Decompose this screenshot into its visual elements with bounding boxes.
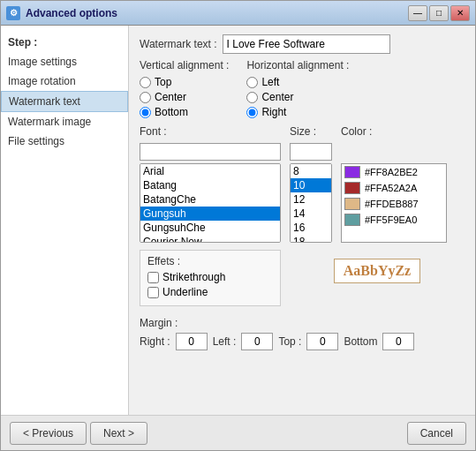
color-swatch-0: [344, 166, 360, 178]
size-option-16: 16: [291, 221, 331, 235]
previous-button[interactable]: < Previous: [10, 422, 87, 445]
size-option-8: 8: [291, 164, 331, 178]
size-label: Size :: [290, 125, 332, 140]
watermark-text-input[interactable]: [223, 34, 390, 54]
margin-row: Right : Left : Top : Bottom: [140, 333, 465, 350]
vertical-alignment-group: Vertical alignment : Top Center Bottom: [140, 59, 229, 118]
font-input-row: [140, 143, 465, 161]
font-size-labels: Font : Size : Color :: [140, 125, 465, 140]
color-label: Color :: [341, 125, 372, 138]
content-area: Step : Image settings Image rotation Wat…: [1, 26, 475, 415]
size-option-12: 12: [291, 192, 331, 207]
font-option-gungsuhche: GungsuhChe: [140, 221, 280, 235]
left-input[interactable]: [241, 333, 273, 350]
strikethrough-checkbox[interactable]: [147, 272, 159, 283]
vertical-center-radio[interactable]: [140, 92, 151, 103]
strikethrough-label: Strikethrough: [162, 271, 225, 283]
font-option-gungsuh: Gungsuh: [140, 207, 280, 221]
bottom-bar: < Previous Next > Cancel: [1, 415, 475, 450]
font-option-batang: Batang: [140, 178, 280, 192]
vertical-bottom-option[interactable]: Bottom: [140, 106, 229, 118]
step-label: Step :: [1, 33, 128, 52]
color-listbox[interactable]: #FF8A2BE2 #FFA52A2A #FFDEB887 #FF5F: [341, 163, 447, 243]
preview-text: AaBbYyZz: [334, 259, 420, 283]
underline-label: Underline: [162, 286, 208, 298]
color-section: #FF8A2BE2 #FFA52A2A #FFDEB887 #FF5F: [341, 163, 447, 243]
color-hex-1: #FFA52A2A: [365, 183, 417, 193]
vertical-top-radio[interactable]: [140, 77, 151, 88]
vertical-alignment-label: Vertical alignment :: [140, 59, 229, 71]
size-option-18: 18: [291, 235, 331, 243]
color-item-3[interactable]: #FF5F9EA0: [342, 212, 446, 228]
font-option-arial: Arial: [140, 164, 280, 178]
color-swatch-3: [344, 214, 360, 226]
font-listbox[interactable]: Arial Batang BatangChe Gungsuh GungsuhCh…: [140, 163, 281, 243]
effects-box: Effets : Strikethrough Underline: [140, 250, 281, 306]
title-bar: ⚙ Advanced options — □ ✕: [1, 1, 475, 26]
horizontal-right-radio[interactable]: [246, 107, 258, 118]
horizontal-center-option[interactable]: Center: [246, 91, 349, 103]
color-swatch-2: [344, 198, 360, 210]
listboxes-row: Arial Batang BatangChe Gungsuh GungsuhCh…: [140, 163, 465, 243]
color-hex-2: #FFDEB887: [365, 199, 419, 209]
sidebar-item-image-settings[interactable]: Image settings: [1, 52, 128, 71]
horizontal-alignment-label: Horizontal alignment :: [246, 59, 349, 71]
effects-label: Effets :: [147, 255, 273, 267]
margin-section: Margin : Right : Left : Top : Bottom: [140, 317, 465, 350]
font-option-courier: Courier New: [140, 235, 280, 243]
maximize-button[interactable]: □: [429, 5, 449, 21]
horizontal-left-radio[interactable]: [246, 77, 258, 88]
sidebar-item-image-rotation[interactable]: Image rotation: [1, 71, 128, 91]
strikethrough-option[interactable]: Strikethrough: [147, 271, 273, 283]
close-button[interactable]: ✕: [450, 5, 470, 21]
color-swatch-1: [344, 182, 360, 194]
effects-preview-row: Effets : Strikethrough Underline AaBbYyZ…: [140, 250, 465, 312]
sidebar-item-watermark-text[interactable]: Watermark text: [1, 91, 128, 112]
main-panel: Watermark text : Vertical alignment : To…: [129, 26, 475, 415]
color-item-2[interactable]: #FFDEB887: [342, 196, 446, 212]
top-label: Top :: [278, 335, 301, 348]
next-button[interactable]: Next >: [90, 422, 147, 445]
right-input[interactable]: [176, 333, 208, 350]
bottom-label: Bottom: [344, 335, 377, 348]
nav-buttons: < Previous Next >: [10, 422, 147, 445]
watermark-text-row: Watermark text :: [140, 34, 465, 54]
right-label: Right :: [140, 335, 170, 348]
color-hex-0: #FF8A2BE2: [365, 167, 418, 177]
color-hex-3: #FF5F9EA0: [365, 214, 417, 225]
sidebar-item-file-settings[interactable]: File settings: [1, 132, 128, 151]
watermark-text-label: Watermark text :: [140, 38, 217, 50]
color-item-1[interactable]: #FFA52A2A: [342, 180, 446, 196]
title-bar-buttons: — □ ✕: [408, 5, 470, 21]
top-input[interactable]: [306, 333, 338, 350]
size-option-10: 10: [291, 178, 331, 192]
font-option-batangche: BatangChe: [140, 192, 280, 207]
underline-option[interactable]: Underline: [147, 286, 273, 298]
main-window: ⚙ Advanced options — □ ✕ Step : Image se…: [0, 0, 476, 451]
font-text-input[interactable]: [140, 143, 281, 161]
horizontal-right-option[interactable]: Right: [246, 106, 349, 118]
horizontal-center-radio[interactable]: [246, 92, 258, 103]
left-label: Left :: [213, 335, 237, 348]
alignment-section: Vertical alignment : Top Center Bottom H…: [140, 59, 465, 118]
window-title: Advanced options: [26, 7, 408, 19]
margin-label: Margin :: [140, 317, 465, 329]
preview-container: AaBbYyZz: [290, 250, 465, 283]
size-listbox[interactable]: 8 10 12 14 16 18: [290, 163, 332, 243]
sidebar-item-watermark-image[interactable]: Watermark image: [1, 112, 128, 132]
minimize-button[interactable]: —: [408, 5, 427, 21]
vertical-bottom-radio[interactable]: [140, 107, 151, 118]
sidebar: Step : Image settings Image rotation Wat…: [1, 26, 129, 415]
cancel-button[interactable]: Cancel: [407, 422, 466, 445]
bottom-input[interactable]: [382, 333, 414, 350]
vertical-top-option[interactable]: Top: [140, 76, 229, 88]
window-icon: ⚙: [6, 6, 20, 20]
color-item-0[interactable]: #FF8A2BE2: [342, 164, 446, 180]
underline-checkbox[interactable]: [147, 287, 159, 298]
horizontal-alignment-group: Horizontal alignment : Left Center Right: [246, 59, 349, 118]
vertical-center-option[interactable]: Center: [140, 91, 229, 103]
font-label: Font :: [140, 125, 281, 140]
size-text-input[interactable]: [290, 143, 332, 161]
size-option-14: 14: [291, 207, 331, 221]
horizontal-left-option[interactable]: Left: [246, 76, 349, 88]
